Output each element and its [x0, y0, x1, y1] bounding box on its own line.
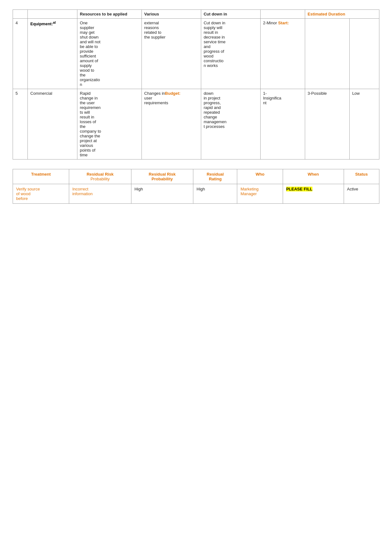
row4-rating — [349, 19, 379, 89]
row4-impact — [305, 19, 349, 89]
row4-num-value: 4 — [15, 21, 18, 25]
header-estimated: Estimated Duration — [305, 10, 379, 19]
treatment-row1-residual-risk: Incorrectinformation — [69, 184, 131, 204]
risk-table-header: Resources to be applied Various Cut down… — [13, 10, 379, 19]
row5-likelihood: 1-Insignificant — [260, 89, 305, 160]
treatment-row1-residual-risk-prob: High — [131, 184, 193, 204]
header-estimated-label: Estimated Duration — [308, 12, 345, 16]
treatment-header-treatment-label: Treatment — [31, 172, 51, 177]
row4-likelihood: 2-Minor Start: — [260, 19, 305, 89]
treatment-header-who: Who — [237, 169, 283, 184]
treatment-header-residual-rating-label: ResidualRating — [207, 172, 224, 181]
treatment-row1-status-value: Active — [347, 187, 358, 191]
header-resources-label: Resources to be applied — [80, 12, 127, 16]
treatment-header-row: Treatment Residual Risk Probability Resi… — [13, 169, 379, 184]
treatment-header-when: When — [283, 169, 344, 184]
row5-rating-value: Low — [352, 91, 360, 96]
treatment-row-1: Verify sourceof woodbefore Incorrectinfo… — [13, 184, 379, 204]
row4-effects: Cut down insupply willresult indecrease … — [201, 19, 260, 89]
treatment-header-residual-risk: Residual Risk Probability — [69, 169, 131, 184]
row5-category-label: Commercial — [30, 91, 52, 96]
row4-num: 4 — [13, 19, 28, 89]
treatment-header-status: Status — [344, 169, 379, 184]
treatment-table: Treatment Residual Risk Probability Resi… — [13, 169, 379, 204]
treatment-row1-when-value: PLEASE FILL — [286, 187, 312, 191]
treatment-header-residual-risk-prob-label: Residual RiskProbability — [149, 172, 176, 181]
treatment-row1-treatment: Verify sourceof woodbefore — [13, 184, 69, 204]
treatment-header-residual-risk-prob: Residual RiskProbability — [131, 169, 193, 184]
row4-causes: externalreasonsrelated tothe supplier — [142, 19, 201, 89]
header-various-label: Various — [144, 12, 159, 16]
treatment-row1-who: MarketingManager — [237, 184, 283, 204]
treatment-header-treatment: Treatment — [13, 169, 69, 184]
treatment-row1-residual-risk-text: Incorrectinformation — [72, 187, 93, 196]
treatment-row1-status: Active — [344, 184, 379, 204]
row5-rating: Low — [349, 89, 379, 160]
treatment-header-residual-risk-label: Residual Risk — [87, 172, 113, 177]
treatment-row1-residual-rating: High — [193, 184, 237, 204]
treatment-header-residual-risk-sub: Probability — [90, 177, 110, 181]
header-various: Various — [142, 10, 201, 19]
row5-category: Commercial — [28, 89, 77, 160]
row4-category-label: Equipment:al — [30, 21, 56, 26]
treatment-row1-rating-value: High — [196, 187, 205, 191]
row5-impact: 3-Possible — [305, 89, 349, 160]
row5-effects: downin projectprogress,rapid andrepeated… — [201, 89, 260, 160]
row5-impact-value: 3-Possible — [308, 91, 327, 96]
header-cutdown: Cut down in — [201, 10, 260, 19]
row4-start-label: Start: — [278, 21, 289, 25]
treatment-header-who-label: Who — [256, 172, 264, 177]
row5-num-value: 5 — [15, 91, 18, 96]
row5-num: 5 — [13, 89, 28, 160]
row5-budget-label: Budget: — [165, 91, 180, 96]
header-col5 — [260, 10, 305, 19]
treatment-row1-treatment-text: Verify sourceof woodbefore — [16, 187, 40, 201]
treatment-row1-when: PLEASE FILL — [283, 184, 344, 204]
risk-table: Resources to be applied Various Cut down… — [13, 9, 379, 160]
header-cutdown-label: Cut down in — [204, 12, 227, 16]
row5-risk: Rapidchange inthe userrequirements willr… — [77, 89, 142, 160]
treatment-header-status-label: Status — [355, 172, 368, 177]
row4-category: Equipment:al — [28, 19, 77, 89]
treatment-header-residual-rating: ResidualRating — [193, 169, 237, 184]
treatment-row1-who-text: MarketingManager — [240, 187, 258, 196]
header-resources: Resources to be applied — [77, 10, 142, 19]
treatment-header-when-label: When — [308, 172, 319, 177]
treatment-row1-prob-value: High — [135, 187, 143, 191]
risk-row-4: 4 Equipment:al Onesuppliermay getshut do… — [13, 19, 379, 89]
row4-risk: Onesuppliermay getshut downand will notb… — [77, 19, 142, 89]
row5-causes: Changes inBudget:userrequirements — [142, 89, 201, 160]
header-num — [13, 10, 28, 19]
risk-row-5: 5 Commercial Rapidchange inthe userrequi… — [13, 89, 379, 160]
header-category — [28, 10, 77, 19]
